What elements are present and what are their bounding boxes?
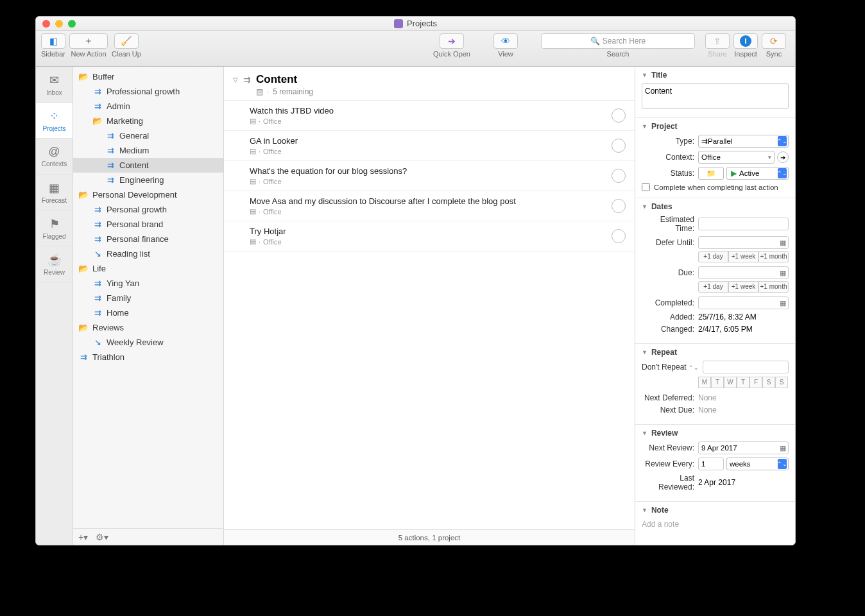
status-select[interactable]: ▶Active⌃⌄ xyxy=(726,167,789,180)
repeat-mode-select[interactable]: Don't Repeat xyxy=(642,363,687,372)
project-professional-growth[interactable]: ⇉Professional growth xyxy=(73,84,223,99)
project-medium[interactable]: ⇉Medium xyxy=(73,143,223,158)
project-admin[interactable]: ⇉Admin xyxy=(73,99,223,114)
clean-up-button[interactable]: 🧹 Clean Up xyxy=(112,33,141,58)
task-checkbox[interactable] xyxy=(612,169,626,183)
sync-button[interactable]: ⟳ Sync xyxy=(762,33,786,58)
inspector-dates-header: Dates xyxy=(651,202,672,211)
calendar-icon[interactable]: ▦ xyxy=(780,269,786,277)
repeat-day-t[interactable]: T xyxy=(737,377,749,388)
parallel-icon: ⇉ xyxy=(105,160,116,170)
repeat-days: MTWTFSS xyxy=(698,377,789,388)
project-home[interactable]: ⇉Home xyxy=(73,305,223,320)
task-title: GA in Looker xyxy=(250,136,604,146)
task-row[interactable]: Try Hotjar▤·Office xyxy=(224,221,635,252)
view-button[interactable]: 👁 View xyxy=(493,33,518,58)
search-input[interactable]: 🔍 Search Here xyxy=(541,33,695,49)
calendar-icon[interactable]: ▦ xyxy=(780,239,786,247)
project-reading-list[interactable]: ↘Reading list xyxy=(73,246,223,261)
note-input[interactable]: Add a note xyxy=(642,518,789,530)
toolbar: ◧ Sidebar ＋ New Action 🧹 Clean Up ➔ Quic… xyxy=(36,31,795,67)
project-triathlon[interactable]: ⇉Triathlon xyxy=(73,350,223,364)
status-folder-button[interactable]: 📁 xyxy=(698,167,724,180)
added-value: 25/7/16, 8:32 AM xyxy=(698,312,757,321)
project-engineering[interactable]: ⇉Engineering xyxy=(73,173,223,187)
flagged-icon: ⚑ xyxy=(49,217,60,231)
task-checkbox[interactable] xyxy=(612,229,626,243)
completed-input[interactable]: ▦ xyxy=(698,296,789,309)
next-review-input[interactable]: 9 Apr 2017▦ xyxy=(698,441,789,454)
folder-personal-development[interactable]: 📂Personal Development xyxy=(73,187,223,202)
repeat-day-t[interactable]: T xyxy=(711,377,724,388)
changed-value: 2/4/17, 6:05 PM xyxy=(698,325,753,334)
task-checkbox[interactable] xyxy=(612,199,626,213)
review-every-unit[interactable]: weeks⌃⌄ xyxy=(726,458,789,470)
inspect-button[interactable]: i Inspect xyxy=(733,33,758,58)
perspective-contexts[interactable]: @Contexts xyxy=(36,139,73,175)
due-plus-1w[interactable]: +1 week xyxy=(728,281,758,293)
folder-reviews[interactable]: 📂Reviews xyxy=(73,320,223,335)
note-icon: ▤ xyxy=(250,177,256,185)
parallel-icon: ⇉ xyxy=(92,87,103,96)
project-weekly-review[interactable]: ↘Weekly Review xyxy=(73,335,223,350)
task-row[interactable]: Watch this JTBD video▤·Office xyxy=(224,101,635,131)
defer-until-input[interactable]: ▦ xyxy=(698,236,789,249)
context-select[interactable]: Office▾ xyxy=(698,151,775,164)
share-button[interactable]: ⇪ Share xyxy=(705,33,730,58)
perspective-review[interactable]: ☕Review xyxy=(36,246,73,282)
task-row[interactable]: GA in Looker▤·Office xyxy=(224,131,635,161)
repeat-day-f[interactable]: F xyxy=(749,377,762,388)
gear-button[interactable]: ⚙▾ xyxy=(96,532,108,542)
inspector-review-header: Review xyxy=(651,429,678,438)
due-input[interactable]: ▦ xyxy=(698,266,789,279)
parallel-icon: ⇉ xyxy=(92,219,103,229)
perspective-projects[interactable]: ⁘Projects xyxy=(36,103,73,139)
disclosure-icon[interactable]: ▽ xyxy=(233,76,238,83)
review-every-number[interactable]: 1 xyxy=(698,458,724,470)
due-plus-1d[interactable]: +1 day xyxy=(698,281,728,293)
perspective-inbox[interactable]: ✉Inbox xyxy=(36,67,73,103)
repeat-value-input[interactable] xyxy=(703,361,789,373)
complete-last-checkbox[interactable]: Complete when completing last action xyxy=(642,183,789,191)
status-bar: 5 actions, 1 project xyxy=(224,529,635,545)
calendar-icon[interactable]: ▦ xyxy=(780,299,786,307)
project-ying-yan[interactable]: ⇉Ying Yan xyxy=(73,276,223,291)
repeat-day-s[interactable]: S xyxy=(762,377,775,388)
new-action-button[interactable]: ＋ New Action xyxy=(69,33,108,58)
context-goto-icon[interactable]: ➜ xyxy=(777,151,789,163)
project-personal-brand[interactable]: ⇉Personal brand xyxy=(73,217,223,232)
task-row[interactable]: Move Asa and my discussion to Discourse … xyxy=(224,191,635,221)
type-select[interactable]: ⇉ Parallel⌃⌄ xyxy=(698,135,789,148)
project-personal-finance[interactable]: ⇉Personal finance xyxy=(73,232,223,246)
folder-marketing[interactable]: 📂Marketing xyxy=(73,114,223,128)
defer-plus-1d[interactable]: +1 day xyxy=(698,251,728,262)
folder-buffer[interactable]: 📂Buffer xyxy=(73,69,223,84)
note-icon: ▤ xyxy=(250,117,256,125)
repeat-day-s[interactable]: S xyxy=(775,377,788,388)
project-content[interactable]: ⇉Content xyxy=(73,158,223,173)
defer-plus-1m[interactable]: +1 month xyxy=(758,251,789,262)
task-row[interactable]: What's the equation for our blog session… xyxy=(224,161,635,191)
repeat-day-w[interactable]: W xyxy=(724,377,737,388)
project-personal-growth[interactable]: ⇉Personal growth xyxy=(73,202,223,217)
estimated-time-input[interactable] xyxy=(698,218,789,230)
perspective-forecast[interactable]: ▦Forecast xyxy=(36,175,73,210)
title-field[interactable] xyxy=(642,83,789,109)
defer-plus-1w[interactable]: +1 week xyxy=(728,251,758,262)
folder-life[interactable]: 📂Life xyxy=(73,261,223,276)
project-family[interactable]: ⇉Family xyxy=(73,291,223,305)
quick-open-button[interactable]: ➔ Quick Open xyxy=(433,33,470,58)
project-general[interactable]: ⇉General xyxy=(73,128,223,143)
calendar-icon[interactable]: ▦ xyxy=(780,444,786,452)
window-title: Projects xyxy=(407,19,437,28)
repeat-day-m[interactable]: M xyxy=(698,377,711,388)
sidebar-toggle-button[interactable]: ◧ Sidebar xyxy=(41,33,65,58)
perspective-flagged[interactable]: ⚑Flagged xyxy=(36,210,73,246)
add-button[interactable]: +▾ xyxy=(78,532,88,542)
folder-icon: 📂 xyxy=(92,116,103,126)
forecast-icon: ▦ xyxy=(49,181,60,195)
parallel-icon: ⇉ xyxy=(105,146,116,155)
task-checkbox[interactable] xyxy=(612,108,626,123)
due-plus-1m[interactable]: +1 month xyxy=(758,281,789,293)
task-checkbox[interactable] xyxy=(612,139,626,153)
